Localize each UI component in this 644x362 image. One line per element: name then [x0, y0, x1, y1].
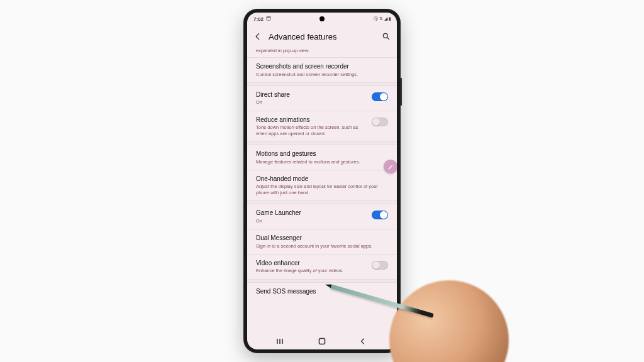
back-button[interactable]	[253, 32, 262, 41]
toggle-game-launcher[interactable]	[372, 211, 388, 219]
row-sub: Tone down motion effects on the screen, …	[256, 124, 367, 136]
nav-back[interactable]	[358, 337, 368, 345]
row-sub: On	[256, 99, 367, 105]
row-motions-gestures[interactable]: Motions and gestures Manage features rel…	[247, 145, 397, 170]
toggle-video-enhancer[interactable]	[372, 261, 388, 270]
row-title: Reduce animations	[256, 116, 367, 124]
nav-home[interactable]	[317, 337, 327, 345]
row-dual-messenger[interactable]: Dual Messenger Sign in to a second accou…	[247, 229, 397, 254]
row-title: Dual Messenger	[256, 234, 388, 243]
pencil-icon	[387, 163, 394, 170]
svg-rect-1	[267, 17, 270, 18]
row-sub: Sign in to a second account in your favo…	[256, 243, 388, 249]
row-screenshots[interactable]: Screenshots and screen recorder Control …	[247, 58, 397, 82]
nav-recents[interactable]	[276, 338, 286, 344]
edge-fab[interactable]	[384, 160, 397, 173]
front-camera	[319, 16, 325, 21]
svg-line-3	[387, 38, 389, 40]
svg-rect-7	[319, 339, 325, 344]
toggle-direct-share[interactable]	[372, 92, 388, 101]
search-button[interactable]	[382, 32, 391, 41]
row-title: Screenshots and screen recorder	[256, 63, 388, 71]
row-title: Motions and gestures	[256, 150, 388, 158]
svg-point-2	[383, 33, 387, 38]
row-title: One-handed mode	[256, 175, 388, 184]
row-sub: Manage features related to motions and g…	[256, 159, 388, 165]
row-title: Direct share	[256, 91, 367, 99]
battery-icon: ▮	[389, 16, 391, 21]
app-header: Advanced features	[247, 25, 397, 48]
row-video-enhancer[interactable]: Video enhancer Enhance the image quality…	[247, 255, 397, 279]
clock: 7:02	[253, 16, 264, 22]
status-icons: ⓝ ⇅ ◢ ▮	[374, 16, 391, 22]
calendar-icon	[266, 16, 271, 22]
toggle-reduce-animations[interactable]	[372, 118, 388, 126]
nfc-icon: ⓝ	[374, 16, 377, 22]
wifi-direct-icon: ⇅	[379, 16, 382, 21]
row-sub: Control screenshot and screen recorder s…	[256, 72, 388, 77]
row-title: Game Launcher	[256, 209, 367, 217]
row-reduce-animations[interactable]: Reduce animations Tone down motion effec…	[247, 111, 397, 141]
row-direct-share[interactable]: Direct share On	[247, 86, 397, 111]
clipped-previous-row-sub: expanded in pop-up view.	[247, 48, 397, 57]
row-game-launcher[interactable]: Game Launcher On	[247, 204, 397, 229]
row-one-handed-mode[interactable]: One-handed mode Adjust the display size …	[247, 170, 397, 200]
nav-bar	[247, 333, 397, 349]
signal-icon: ◢	[384, 16, 387, 21]
row-sub: On	[256, 218, 367, 224]
row-sub: Adjust the display size and layout for e…	[256, 184, 388, 195]
row-sub: Enhance the image quality of your videos…	[256, 268, 367, 273]
row-title: Video enhancer	[256, 260, 367, 268]
page-title: Advanced features	[269, 32, 375, 41]
settings-list[interactable]: expanded in pop-up view. Screenshots and…	[247, 48, 397, 333]
